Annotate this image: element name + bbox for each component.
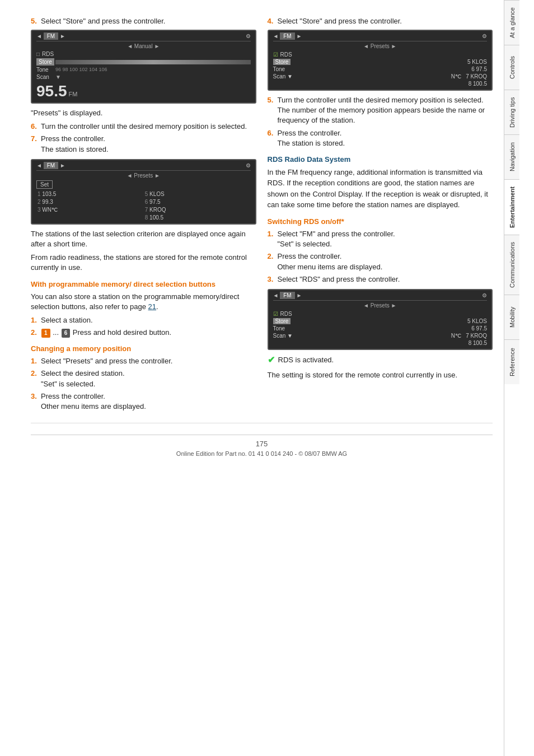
section2-steps: 1. Select "Presets" and press the contro… xyxy=(31,356,256,412)
right-steps-after: 5. Turn the controller until the desired… xyxy=(268,95,493,148)
rds-text: In the FM frequency range, additional in… xyxy=(268,167,493,211)
list-item: 2. 1 ... 6 Press and hold desired button… xyxy=(31,328,256,338)
right-step4: 4. Select "Store" and press the controll… xyxy=(268,17,493,25)
section1-heading: With programmable memory/ direct selecti… xyxy=(31,280,256,288)
list-item: 6. Press the controller. The station is … xyxy=(268,128,493,148)
sidebar-tab-driving-tips[interactable]: Driving tips xyxy=(504,90,519,134)
section1-steps: 1. Select a station. 2. 1 ... 6 Press an… xyxy=(31,315,256,338)
list-item: 5. Turn the controller until the desired… xyxy=(268,95,493,126)
radio-screen-right-1: ◄ FM ► ⚙ ◄ Presets ► ☑RDS Store 5 KLOS T… xyxy=(268,30,493,91)
radio-screen-left-2: ◄ FM ► ⚙ ◄ Presets ► Set 1 103.5 5 KLOS … xyxy=(31,159,256,225)
sidebar-tab-communications[interactable]: Communications xyxy=(504,235,519,295)
sidebar-tab-entertainment[interactable]: Entertainment xyxy=(504,179,519,235)
list-item: 6. Turn the controller until the desired… xyxy=(31,122,256,132)
list-item: 2. Press the controller. Other menu item… xyxy=(268,251,493,272)
switching-heading: Switching RDS on/off* xyxy=(268,217,493,226)
left-steps-after: 6. Turn the controller until the desired… xyxy=(31,122,256,155)
left-note2: The stations of the last selection crite… xyxy=(31,229,256,249)
rds-heading: RDS Radio Data System xyxy=(268,155,493,164)
main-content: 5. Select "Store" and press the controll… xyxy=(0,0,504,756)
section1-text: You can also store a station on the prog… xyxy=(31,292,256,312)
radio-screen-right-2: ◄ FM ► ⚙ ◄ Presets ► ☑RDS Store 5 KLOS T… xyxy=(268,289,493,350)
page-number: 175 xyxy=(31,440,493,448)
sidebar-tab-mobility[interactable]: Mobility xyxy=(504,295,519,339)
list-item: 1. Select a station. xyxy=(31,315,256,325)
left-note1: "Presets" is displayed. xyxy=(31,108,256,118)
left-note3: From radio readiness, the stations are s… xyxy=(31,253,256,273)
top-two-col: 5. Select "Store" and press the controll… xyxy=(31,17,493,414)
switching-steps: 1. Select "FM" and press the controller.… xyxy=(268,229,493,284)
list-item: 7. Press the controller. The station is … xyxy=(31,134,256,154)
left-col: 5. Select "Store" and press the controll… xyxy=(31,17,256,414)
rds-activated-text: RDS is activated. xyxy=(278,356,334,364)
list-item: 2. Select the desired station. "Set" is … xyxy=(31,368,256,389)
check-icon: ✔ xyxy=(268,354,275,365)
sidebar-tab-reference[interactable]: Reference xyxy=(504,339,519,384)
screen-header: ◄ FM ► ⚙ xyxy=(36,33,251,41)
list-item: 3. Select "RDS" and press the controller… xyxy=(268,274,493,284)
sidebar-tab-at-a-glance[interactable]: At a glance xyxy=(504,0,519,45)
footer: 175 Online Edition for Part no. 01 41 0 … xyxy=(31,435,493,457)
footer-text: Online Edition for Part no. 01 41 0 014 … xyxy=(31,450,493,457)
section2-heading: Changing a memory position xyxy=(31,344,256,353)
list-item: 1. Select "FM" and press the controller.… xyxy=(268,229,493,249)
sidebar-tabs: At a glance Controls Driving tips Naviga… xyxy=(504,0,519,756)
sidebar-tab-controls[interactable]: Controls xyxy=(504,45,519,90)
list-item: 3. Press the controller. Other menu item… xyxy=(31,391,256,412)
radio-screen-left-1: ◄ FM ► ⚙ ◄ Manual ► □RDS Store Tone 96 9… xyxy=(31,30,256,104)
sidebar-tab-navigation[interactable]: Navigation xyxy=(504,134,519,179)
right-col: 4. Select "Store" and press the controll… xyxy=(268,17,493,414)
rds-activated-row: ✔ RDS is activated. xyxy=(268,354,493,365)
list-item: 1. Select "Presets" and press the contro… xyxy=(31,356,256,366)
rds-note: The setting is stored for the remote con… xyxy=(268,370,493,381)
footer-divider xyxy=(31,423,493,423)
left-step5: 5. Select "Store" and press the controll… xyxy=(31,17,256,25)
